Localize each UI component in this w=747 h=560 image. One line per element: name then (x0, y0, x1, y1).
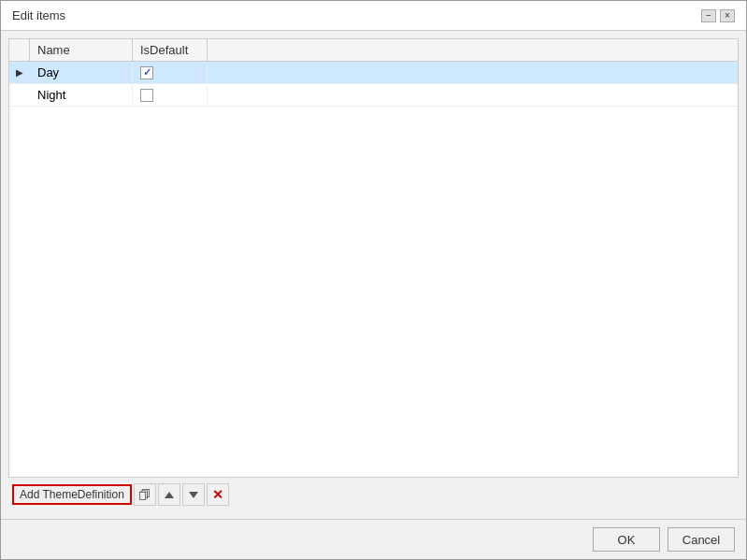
cell-isdefault-night (133, 85, 208, 106)
toolbar: Add ThemeDefinition 🗍 ✕ (8, 478, 739, 511)
dialog-title: Edit items (12, 8, 65, 22)
edit-items-dialog: Edit items − × Name IsDefault ▶ Day (0, 0, 747, 560)
header-arrow-spacer (9, 39, 30, 61)
row-arrow-day: ▶ (9, 67, 30, 78)
bottom-bar: OK Cancel (1, 519, 746, 559)
delete-icon: ✕ (212, 487, 223, 502)
table-row[interactable]: Night (9, 84, 738, 107)
cell-name-night: Night (30, 84, 133, 106)
add-themedefinition-button[interactable]: Add ThemeDefinition (12, 484, 132, 505)
delete-button[interactable]: ✕ (207, 483, 229, 506)
title-controls: − × (701, 9, 735, 22)
table-row[interactable]: ▶ Day (9, 62, 738, 84)
grid-header: Name IsDefault (9, 39, 738, 62)
header-isdefault: IsDefault (133, 39, 208, 61)
checkbox-night[interactable] (140, 89, 153, 102)
arrow-down-icon (189, 492, 198, 498)
content-area: Name IsDefault ▶ Day Night A (1, 31, 746, 519)
move-down-button[interactable] (182, 483, 205, 506)
header-name: Name (30, 39, 133, 61)
title-bar: Edit items − × (1, 1, 746, 31)
checkbox-day[interactable] (140, 66, 153, 79)
grid-container: Name IsDefault ▶ Day Night (8, 38, 739, 478)
cell-name-day: Day (30, 62, 133, 83)
ok-button[interactable]: OK (593, 527, 660, 552)
cancel-button[interactable]: Cancel (668, 527, 735, 552)
minimize-button[interactable]: − (701, 9, 716, 22)
copy-button[interactable]: 🗍 (134, 483, 156, 506)
cell-isdefault-day (133, 63, 208, 83)
close-button[interactable]: × (720, 9, 735, 22)
move-up-button[interactable] (158, 483, 180, 506)
arrow-up-icon (165, 492, 174, 498)
copy-icon: 🗍 (138, 488, 151, 502)
